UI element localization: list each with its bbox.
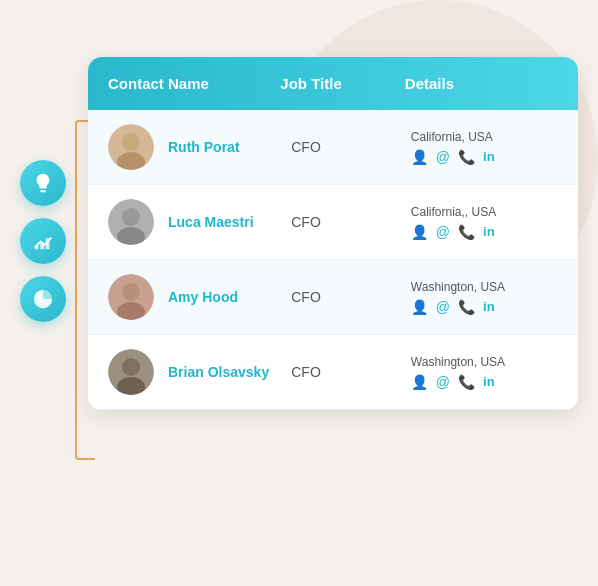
person-icon[interactable]: 👤 bbox=[411, 299, 428, 315]
email-icon[interactable]: @ bbox=[436, 224, 450, 240]
job-title-cell: CFO bbox=[291, 139, 411, 155]
location-text: California,, USA bbox=[411, 205, 558, 219]
job-title-cell: CFO bbox=[291, 214, 411, 230]
job-title-cell: CFO bbox=[291, 364, 411, 380]
svg-point-13 bbox=[122, 358, 140, 376]
phone-icon[interactable]: 📞 bbox=[458, 299, 475, 315]
linkedin-icon[interactable]: in bbox=[483, 374, 495, 389]
avatar bbox=[108, 349, 154, 395]
location-text: California, USA bbox=[411, 130, 558, 144]
person-icon[interactable]: 👤 bbox=[411, 149, 428, 165]
email-icon[interactable]: @ bbox=[436, 149, 450, 165]
location-text: Washington, USA bbox=[411, 280, 558, 294]
contact-name-link[interactable]: Brian Olsavsky bbox=[168, 364, 269, 380]
table-row: Brian Olsavsky CFO Washington, USA 👤 @ 📞… bbox=[88, 335, 578, 410]
chart-icon[interactable] bbox=[20, 218, 66, 264]
person-icon[interactable]: 👤 bbox=[411, 224, 428, 240]
avatar bbox=[108, 124, 154, 170]
lightbulb-icon[interactable] bbox=[20, 160, 66, 206]
svg-point-4 bbox=[122, 133, 140, 151]
contact-icons: 👤 @ 📞 in bbox=[411, 149, 558, 165]
contact-name-cell: Amy Hood bbox=[168, 288, 291, 306]
linkedin-icon[interactable]: in bbox=[483, 224, 495, 239]
details-cell: California, USA 👤 @ 📞 in bbox=[411, 130, 558, 165]
header-details: Details bbox=[405, 75, 558, 92]
svg-point-7 bbox=[122, 208, 140, 226]
avatar bbox=[108, 274, 154, 320]
contact-name-cell: Ruth Porat bbox=[168, 138, 291, 156]
table-body: Ruth Porat CFO California, USA 👤 @ 📞 in bbox=[88, 110, 578, 410]
contact-name-cell: Luca Maestri bbox=[168, 213, 291, 231]
email-icon[interactable]: @ bbox=[436, 374, 450, 390]
contact-name-link[interactable]: Luca Maestri bbox=[168, 214, 254, 230]
contact-icons: 👤 @ 📞 in bbox=[411, 224, 558, 240]
location-text: Washington, USA bbox=[411, 355, 558, 369]
svg-rect-0 bbox=[35, 246, 39, 250]
svg-rect-1 bbox=[40, 242, 44, 249]
table-row: Ruth Porat CFO California, USA 👤 @ 📞 in bbox=[88, 110, 578, 185]
table-row: Amy Hood CFO Washington, USA 👤 @ 📞 in bbox=[88, 260, 578, 335]
contacts-table-card: Contact Name Job Title Details Ruth Pora… bbox=[88, 57, 578, 410]
header-contact-name: Contact Name bbox=[108, 75, 280, 92]
email-icon[interactable]: @ bbox=[436, 299, 450, 315]
pie-chart-icon[interactable] bbox=[20, 276, 66, 322]
job-title-cell: CFO bbox=[291, 289, 411, 305]
avatar bbox=[108, 199, 154, 245]
page-container: Contact Name Job Title Details Ruth Pora… bbox=[0, 0, 598, 586]
details-cell: Washington, USA 👤 @ 📞 in bbox=[411, 355, 558, 390]
contact-icons: 👤 @ 📞 in bbox=[411, 374, 558, 390]
sidebar bbox=[20, 160, 66, 322]
contact-name-link[interactable]: Ruth Porat bbox=[168, 139, 240, 155]
linkedin-icon[interactable]: in bbox=[483, 149, 495, 164]
svg-rect-2 bbox=[46, 238, 50, 249]
table-row: Luca Maestri CFO California,, USA 👤 @ 📞 … bbox=[88, 185, 578, 260]
phone-icon[interactable]: 📞 bbox=[458, 149, 475, 165]
linkedin-icon[interactable]: in bbox=[483, 299, 495, 314]
phone-icon[interactable]: 📞 bbox=[458, 224, 475, 240]
phone-icon[interactable]: 📞 bbox=[458, 374, 475, 390]
contact-name-link[interactable]: Amy Hood bbox=[168, 289, 238, 305]
details-cell: Washington, USA 👤 @ 📞 in bbox=[411, 280, 558, 315]
header-job-title: Job Title bbox=[280, 75, 404, 92]
table-header: Contact Name Job Title Details bbox=[88, 57, 578, 110]
person-icon[interactable]: 👤 bbox=[411, 374, 428, 390]
details-cell: California,, USA 👤 @ 📞 in bbox=[411, 205, 558, 240]
contact-icons: 👤 @ 📞 in bbox=[411, 299, 558, 315]
contact-name-cell: Brian Olsavsky bbox=[168, 363, 291, 381]
svg-point-10 bbox=[122, 283, 140, 301]
